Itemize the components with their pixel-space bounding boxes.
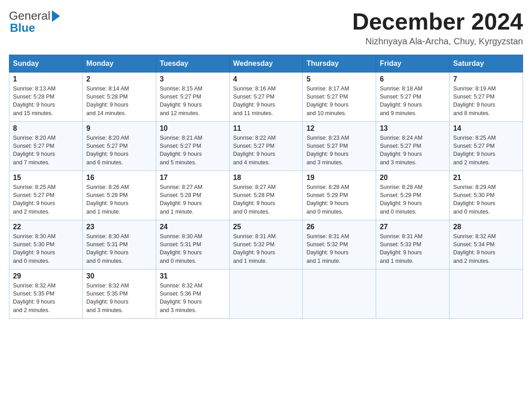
day-number: 1 [13,75,79,83]
calendar-week-row: 1Sunrise: 8:13 AMSunset: 5:28 PMDaylight… [9,73,523,122]
calendar-cell: 9Sunrise: 8:20 AMSunset: 5:27 PMDaylight… [82,122,156,171]
calendar-cell: 30Sunrise: 8:32 AMSunset: 5:35 PMDayligh… [82,270,156,319]
calendar-cell: 3Sunrise: 8:15 AMSunset: 5:27 PMDaylight… [156,73,229,122]
calendar-week-row: 29Sunrise: 8:32 AMSunset: 5:35 PMDayligh… [9,270,523,319]
calendar-cell: 2Sunrise: 8:14 AMSunset: 5:28 PMDaylight… [82,73,156,122]
day-info: Sunrise: 8:20 AMSunset: 5:27 PMDaylight:… [86,134,152,167]
calendar-cell: 11Sunrise: 8:22 AMSunset: 5:27 PMDayligh… [229,122,303,171]
header-thursday: Thursday [303,55,376,73]
day-number: 31 [160,272,226,280]
page-header: General Blue December 2024 Nizhnyaya Ala… [9,9,523,47]
day-number: 3 [160,75,226,83]
day-number: 29 [13,272,79,280]
header-wednesday: Wednesday [229,55,303,73]
day-number: 6 [380,75,446,83]
calendar-cell: 14Sunrise: 8:25 AMSunset: 5:27 PMDayligh… [450,122,523,171]
day-info: Sunrise: 8:28 AMSunset: 5:29 PMDaylight:… [380,183,446,216]
day-info: Sunrise: 8:32 AMSunset: 5:35 PMDaylight:… [86,282,152,314]
day-info: Sunrise: 8:27 AMSunset: 5:28 PMDaylight:… [160,183,226,216]
day-number: 4 [233,75,299,83]
day-info: Sunrise: 8:15 AMSunset: 5:27 PMDaylight:… [160,85,226,117]
calendar-cell [376,270,450,319]
day-number: 15 [13,174,79,182]
location-text: Nizhnyaya Ala-Archa, Chuy, Kyrgyzstan [352,36,523,47]
day-number: 11 [233,124,299,133]
month-title: December 2024 [352,9,523,34]
day-number: 21 [453,174,519,182]
day-number: 28 [453,223,519,231]
day-number: 30 [86,272,152,280]
day-number: 8 [13,124,79,133]
calendar-cell: 7Sunrise: 8:19 AMSunset: 5:27 PMDaylight… [450,73,523,122]
calendar-cell: 24Sunrise: 8:30 AMSunset: 5:31 PMDayligh… [156,220,229,270]
day-info: Sunrise: 8:16 AMSunset: 5:27 PMDaylight:… [233,85,299,117]
day-info: Sunrise: 8:28 AMSunset: 5:29 PMDaylight:… [306,183,372,216]
day-info: Sunrise: 8:30 AMSunset: 5:31 PMDaylight:… [160,232,226,265]
day-number: 5 [306,75,372,83]
calendar-cell: 5Sunrise: 8:17 AMSunset: 5:27 PMDaylight… [303,73,376,122]
day-info: Sunrise: 8:31 AMSunset: 5:32 PMDaylight:… [233,232,299,265]
day-info: Sunrise: 8:19 AMSunset: 5:27 PMDaylight:… [453,85,519,117]
calendar-cell: 6Sunrise: 8:18 AMSunset: 5:27 PMDaylight… [376,73,450,122]
day-info: Sunrise: 8:25 AMSunset: 5:27 PMDaylight:… [13,183,79,216]
day-number: 27 [380,223,446,231]
day-number: 10 [160,124,226,133]
header-sunday: Sunday [9,55,83,73]
header-tuesday: Tuesday [156,55,229,73]
day-number: 14 [453,124,519,133]
calendar-cell: 22Sunrise: 8:30 AMSunset: 5:30 PMDayligh… [9,220,83,270]
calendar-cell: 1Sunrise: 8:13 AMSunset: 5:28 PMDaylight… [9,73,83,122]
calendar-cell: 28Sunrise: 8:32 AMSunset: 5:34 PMDayligh… [450,220,523,270]
day-info: Sunrise: 8:20 AMSunset: 5:27 PMDaylight:… [13,134,79,167]
day-info: Sunrise: 8:21 AMSunset: 5:27 PMDaylight:… [160,134,226,167]
day-number: 7 [453,75,519,83]
day-info: Sunrise: 8:22 AMSunset: 5:27 PMDaylight:… [233,134,299,167]
day-info: Sunrise: 8:14 AMSunset: 5:28 PMDaylight:… [86,85,152,117]
day-number: 23 [86,223,152,231]
day-info: Sunrise: 8:24 AMSunset: 5:27 PMDaylight:… [380,134,446,167]
calendar-table: SundayMondayTuesdayWednesdayThursdayFrid… [9,55,523,319]
day-number: 19 [306,174,372,182]
day-info: Sunrise: 8:27 AMSunset: 5:28 PMDaylight:… [233,183,299,216]
day-info: Sunrise: 8:32 AMSunset: 5:36 PMDaylight:… [160,282,226,314]
calendar-cell: 16Sunrise: 8:26 AMSunset: 5:28 PMDayligh… [82,171,156,220]
calendar-cell: 25Sunrise: 8:31 AMSunset: 5:32 PMDayligh… [229,220,303,270]
calendar-cell: 26Sunrise: 8:31 AMSunset: 5:32 PMDayligh… [303,220,376,270]
day-number: 20 [380,174,446,182]
day-info: Sunrise: 8:29 AMSunset: 5:30 PMDaylight:… [453,183,519,216]
calendar-cell: 13Sunrise: 8:24 AMSunset: 5:27 PMDayligh… [376,122,450,171]
day-number: 16 [86,174,152,182]
day-info: Sunrise: 8:17 AMSunset: 5:27 PMDaylight:… [306,85,372,117]
calendar-cell [450,270,523,319]
calendar-cell: 31Sunrise: 8:32 AMSunset: 5:36 PMDayligh… [156,270,229,319]
header-saturday: Saturday [450,55,523,73]
calendar-cell: 23Sunrise: 8:30 AMSunset: 5:31 PMDayligh… [82,220,156,270]
calendar-cell: 12Sunrise: 8:23 AMSunset: 5:27 PMDayligh… [303,122,376,171]
calendar-cell: 15Sunrise: 8:25 AMSunset: 5:27 PMDayligh… [9,171,83,220]
logo-blue-text: Blue [10,21,35,35]
calendar-cell: 19Sunrise: 8:28 AMSunset: 5:29 PMDayligh… [303,171,376,220]
calendar-cell: 18Sunrise: 8:27 AMSunset: 5:28 PMDayligh… [229,171,303,220]
calendar-cell: 17Sunrise: 8:27 AMSunset: 5:28 PMDayligh… [156,171,229,220]
day-info: Sunrise: 8:26 AMSunset: 5:28 PMDaylight:… [86,183,152,216]
header-monday: Monday [82,55,156,73]
day-number: 26 [306,223,372,231]
calendar-cell: 29Sunrise: 8:32 AMSunset: 5:35 PMDayligh… [9,270,83,319]
day-number: 22 [13,223,79,231]
title-area: December 2024 Nizhnyaya Ala-Archa, Chuy,… [352,9,523,47]
header-friday: Friday [376,55,450,73]
day-number: 9 [86,124,152,133]
day-info: Sunrise: 8:30 AMSunset: 5:30 PMDaylight:… [13,232,79,265]
calendar-cell: 21Sunrise: 8:29 AMSunset: 5:30 PMDayligh… [450,171,523,220]
calendar-cell: 10Sunrise: 8:21 AMSunset: 5:27 PMDayligh… [156,122,229,171]
day-number: 12 [306,124,372,133]
day-info: Sunrise: 8:18 AMSunset: 5:27 PMDaylight:… [380,85,446,117]
calendar-cell: 27Sunrise: 8:31 AMSunset: 5:33 PMDayligh… [376,220,450,270]
logo-arrow-icon [52,10,60,22]
day-number: 18 [233,174,299,182]
calendar-cell: 4Sunrise: 8:16 AMSunset: 5:27 PMDaylight… [229,73,303,122]
calendar-header-row: SundayMondayTuesdayWednesdayThursdayFrid… [9,55,523,73]
day-number: 2 [86,75,152,83]
calendar-cell [303,270,376,319]
day-info: Sunrise: 8:32 AMSunset: 5:35 PMDaylight:… [13,282,79,314]
